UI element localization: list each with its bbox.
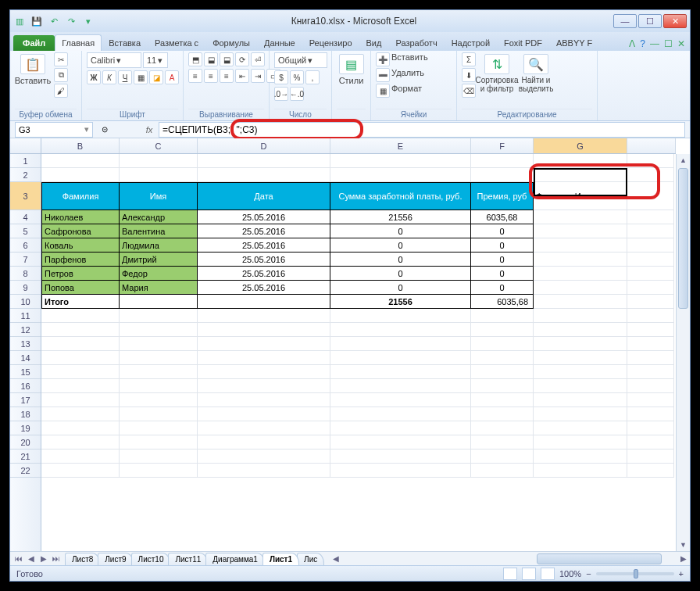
cell[interactable] bbox=[534, 393, 627, 407]
tab-addins[interactable]: Надстрой bbox=[445, 34, 497, 51]
sheet-tab[interactable]: Лис bbox=[297, 553, 324, 565]
italic-button[interactable]: К bbox=[102, 70, 116, 84]
bold-button[interactable]: Ж bbox=[87, 70, 101, 84]
cell[interactable] bbox=[41, 309, 120, 323]
scroll-down-icon[interactable]: ▼ bbox=[677, 539, 690, 551]
cell[interactable] bbox=[627, 154, 674, 168]
view-pagebreak-button[interactable] bbox=[541, 568, 555, 580]
cell[interactable] bbox=[120, 421, 198, 435]
cell[interactable] bbox=[534, 379, 627, 393]
insert-cells-button[interactable]: ➕Вставить bbox=[376, 52, 428, 66]
cell[interactable] bbox=[471, 379, 534, 393]
cell[interactable] bbox=[120, 365, 198, 379]
cell[interactable] bbox=[627, 379, 674, 393]
cell[interactable] bbox=[120, 435, 198, 450]
row-header[interactable]: 9 bbox=[10, 281, 41, 295]
cell[interactable] bbox=[198, 168, 330, 182]
cell[interactable] bbox=[627, 464, 674, 478]
cell[interactable]: Итого bbox=[41, 295, 120, 309]
row-header[interactable]: 11 bbox=[10, 309, 41, 323]
cell[interactable]: Александр bbox=[120, 210, 198, 224]
tab-view[interactable]: Вид bbox=[359, 34, 389, 51]
cell[interactable]: Коваль bbox=[41, 238, 120, 253]
cell[interactable] bbox=[41, 154, 120, 168]
cell[interactable]: Петров bbox=[41, 267, 120, 281]
cell[interactable] bbox=[198, 365, 330, 379]
row-header[interactable]: 21 bbox=[10, 450, 41, 464]
cell[interactable] bbox=[41, 351, 120, 365]
cell[interactable] bbox=[120, 393, 198, 407]
cell[interactable] bbox=[120, 450, 198, 464]
cell[interactable] bbox=[330, 323, 471, 337]
sheet-tab[interactable]: Лист11 bbox=[168, 553, 208, 565]
qat-dropdown-icon[interactable]: ▾ bbox=[82, 15, 95, 27]
cell[interactable]: 0 bbox=[471, 267, 534, 281]
cell[interactable] bbox=[41, 168, 120, 182]
sheet-tab[interactable]: Диаграмма1 bbox=[205, 553, 265, 565]
cell[interactable] bbox=[627, 337, 674, 351]
cell[interactable] bbox=[471, 337, 534, 351]
cell[interactable] bbox=[627, 365, 674, 379]
cell[interactable] bbox=[627, 450, 674, 464]
align-top-button[interactable]: ⬒ bbox=[188, 52, 202, 66]
row-header[interactable]: 19 bbox=[10, 421, 41, 435]
cell[interactable] bbox=[41, 407, 120, 421]
save-icon[interactable]: 💾 bbox=[30, 15, 43, 27]
tab-nav-last-icon[interactable]: ⏭ bbox=[51, 554, 62, 563]
cell[interactable] bbox=[120, 351, 198, 365]
cell[interactable] bbox=[471, 393, 534, 407]
cell[interactable] bbox=[534, 154, 627, 168]
cell[interactable] bbox=[627, 238, 674, 253]
currency-button[interactable]: $ bbox=[274, 70, 288, 84]
cell[interactable] bbox=[471, 464, 534, 478]
maximize-button[interactable]: ☐ bbox=[638, 14, 662, 28]
orientation-button[interactable]: ⟳ bbox=[235, 52, 249, 66]
workbook-restore-icon[interactable]: ☐ bbox=[664, 38, 673, 49]
row-header[interactable]: 15 bbox=[10, 365, 41, 379]
cell[interactable] bbox=[534, 365, 627, 379]
format-painter-icon[interactable]: 🖌 bbox=[54, 84, 68, 98]
cell[interactable] bbox=[627, 407, 674, 421]
cell[interactable] bbox=[627, 351, 674, 365]
paste-button[interactable]: 📋 Вставить bbox=[15, 52, 51, 87]
cell[interactable] bbox=[41, 464, 120, 478]
cell[interactable] bbox=[198, 351, 330, 365]
row-header[interactable]: 10 bbox=[10, 295, 41, 309]
cell[interactable] bbox=[330, 379, 471, 393]
font-size-box[interactable]: 11▾ bbox=[143, 52, 168, 68]
sheet-tab[interactable]: Лист1 bbox=[262, 553, 299, 565]
cell[interactable] bbox=[627, 421, 674, 435]
cell[interactable] bbox=[41, 365, 120, 379]
cell[interactable] bbox=[534, 224, 627, 238]
tab-review[interactable]: Рецензиро bbox=[302, 34, 359, 51]
undo-icon[interactable]: ↶ bbox=[48, 15, 60, 27]
cell[interactable] bbox=[330, 337, 471, 351]
cell[interactable] bbox=[330, 435, 471, 450]
cell[interactable] bbox=[120, 379, 198, 393]
cell[interactable]: 25.05.2016 bbox=[198, 253, 330, 267]
cell[interactable] bbox=[534, 267, 627, 281]
row-header[interactable]: 2 bbox=[10, 168, 41, 182]
dec-decimal-button[interactable]: ←.0 bbox=[290, 87, 304, 101]
cell[interactable]: Фамилия Имя bbox=[534, 182, 627, 210]
indent-inc-button[interactable]: ⇥ bbox=[251, 69, 265, 83]
redo-icon[interactable]: ↷ bbox=[65, 15, 77, 27]
cell[interactable] bbox=[120, 295, 198, 309]
cell[interactable] bbox=[471, 309, 534, 323]
cell[interactable]: 6035,68 bbox=[471, 295, 534, 309]
tab-developer[interactable]: Разработч bbox=[388, 34, 444, 51]
row-header[interactable]: 16 bbox=[10, 379, 41, 393]
cell[interactable] bbox=[627, 281, 674, 295]
hscroll-thumb[interactable] bbox=[537, 553, 662, 564]
sheet-tab[interactable]: Лист8 bbox=[65, 553, 100, 565]
cell[interactable] bbox=[627, 224, 674, 238]
cell[interactable] bbox=[198, 435, 330, 450]
cell[interactable]: 0 bbox=[330, 238, 471, 253]
percent-button[interactable]: % bbox=[290, 70, 304, 84]
cell[interactable] bbox=[330, 407, 471, 421]
vscroll-thumb[interactable] bbox=[678, 168, 688, 309]
underline-button[interactable]: Ч bbox=[118, 70, 132, 84]
cell[interactable]: Премия, руб bbox=[471, 182, 534, 210]
cell[interactable]: Сумма заработной платы, руб. bbox=[330, 182, 471, 210]
cell[interactable] bbox=[41, 323, 120, 337]
